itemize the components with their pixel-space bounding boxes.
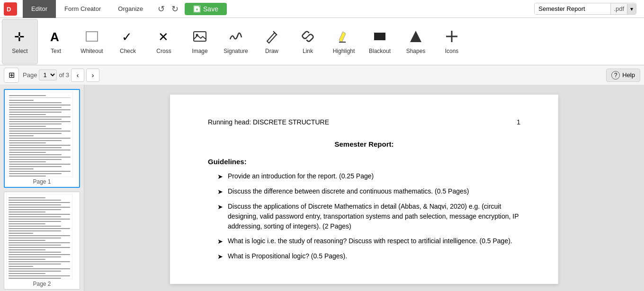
list-item: What is Propositional logic? (0.5 Pages)… [217,251,520,262]
check-icon: ✓ [120,29,135,46]
help-label: Help [622,71,635,79]
logo-icon: D [4,2,17,16]
secondbar: ⊞ Page 1 2 3 of 3 ‹ › ? Help [0,65,644,85]
svg-text:A: A [50,30,59,44]
filename-area: .pdf ▾ [534,3,636,15]
tool-icons[interactable]: Icons [434,19,470,64]
next-page-button[interactable]: › [86,69,99,82]
tool-text-label: Text [51,48,61,54]
document-page: Running head: DISCRETE STRUCTURE 1 Semes… [170,95,558,284]
page-total: of 3 [59,71,69,79]
tool-signature-label: Signature [224,48,248,54]
svg-rect-13 [374,33,385,40]
list-item: Discuss the difference between discrete … [217,186,520,197]
page-1-thumbnail [7,92,73,177]
save-label: Save [203,5,218,13]
main-area: Page 1 [0,85,644,291]
toolbar: ✛ Select A Text Whiteout ✓ Check ✕ Cross… [0,18,644,65]
draw-icon [264,29,279,46]
tool-check-label: Check [120,48,136,54]
filename-input[interactable] [535,3,610,14]
select-icon: ✛ [12,29,27,46]
tool-blackout[interactable]: Blackout [362,19,398,64]
docfly-logo-svg: D [5,4,16,14]
doc-title: Semester Report: [208,140,520,148]
undo-button[interactable]: ↺ [155,3,167,15]
tool-icons-label: Icons [445,48,459,54]
image-icon [192,29,207,46]
logo: D [4,2,18,16]
tool-image-label: Image [192,48,207,54]
tool-signature[interactable]: Signature [218,19,254,64]
grid-icon: ⊞ [9,71,15,79]
tool-whiteout-label: Whiteout [80,48,103,54]
sidebar-page-1[interactable]: Page 1 [4,89,80,188]
svg-rect-5 [86,32,98,41]
svg-text:✕: ✕ [158,30,169,44]
list-item: Provide an introduction for the report. … [217,171,520,182]
tool-link-label: Link [303,48,313,54]
doc-list: Provide an introduction for the report. … [208,171,520,262]
page-label: Page [23,71,37,79]
tool-shapes[interactable]: Shapes [398,19,434,64]
tool-select[interactable]: ✛ Select [2,19,38,64]
prev-page-button[interactable]: ‹ [71,69,84,82]
tab-form-creator[interactable]: Form Creator [56,0,109,18]
svg-marker-14 [410,31,421,42]
tool-draw-label: Draw [265,48,278,54]
save-icon [193,5,201,13]
shapes-icon [408,29,423,46]
redo-button[interactable]: ↻ [169,3,181,15]
text-icon: A [48,29,63,46]
tool-draw[interactable]: Draw [254,19,290,64]
help-button[interactable]: ? Help [606,69,640,82]
tool-check[interactable]: ✓ Check [110,19,146,64]
tool-link[interactable]: Link [290,19,326,64]
sidebar-page-2[interactable]: Page 2 [4,192,80,290]
tool-text[interactable]: A Text [38,19,74,64]
svg-text:D: D [7,6,11,13]
blackout-icon [372,29,387,46]
page-select[interactable]: 1 2 3 [39,70,57,80]
filename-dropdown[interactable]: ▾ [627,4,636,14]
tool-cross-label: Cross [156,48,171,54]
nav-tabs: Editor Form Creator Organize [23,0,152,18]
doc-header-right: 1 [517,118,520,126]
link-icon [300,29,315,46]
svg-text:✛: ✛ [14,30,25,44]
page-1-label: Page 1 [7,178,77,185]
page-2-thumbnail [6,194,72,279]
doc-header-left: Running head: DISCRETE STRUCTURE [208,118,329,126]
signature-icon [228,29,243,46]
tool-highlight[interactable]: Highlight [326,19,362,64]
list-item: What is logic i.e. the study of reasonin… [217,236,520,247]
sidebar: Page 1 [0,85,84,291]
whiteout-icon [84,29,99,46]
tool-shapes-label: Shapes [406,48,426,54]
doc-header: Running head: DISCRETE STRUCTURE 1 [208,118,520,126]
list-item: Discuss the applications of Discrete Mat… [217,202,520,231]
undo-redo-group: ↺ ↻ [155,3,181,15]
doc-section-title: Guidelines: [208,158,520,166]
tool-highlight-label: Highlight [333,48,355,54]
tab-organize[interactable]: Organize [109,0,152,18]
grid-button[interactable]: ⊞ [4,68,19,83]
tool-image[interactable]: Image [182,19,218,64]
topbar: D Editor Form Creator Organize ↺ ↻ Save … [0,0,644,18]
svg-text:✓: ✓ [122,30,132,44]
tab-editor[interactable]: Editor [23,0,56,18]
page-2-label: Page 2 [6,281,78,287]
document-area: Running head: DISCRETE STRUCTURE 1 Semes… [84,85,644,291]
tool-blackout-label: Blackout [369,48,391,54]
file-extension: .pdf [610,3,627,14]
save-button[interactable]: Save [185,3,227,15]
tool-cross[interactable]: ✕ Cross [146,19,182,64]
tool-whiteout[interactable]: Whiteout [74,19,110,64]
cross-icon: ✕ [156,29,171,46]
page-nav: Page 1 2 3 of 3 ‹ › [23,69,99,82]
tool-select-label: Select [12,48,27,54]
highlight-icon [336,29,351,46]
svg-rect-8 [194,32,206,41]
icons-icon [444,29,459,46]
help-icon: ? [611,71,620,79]
